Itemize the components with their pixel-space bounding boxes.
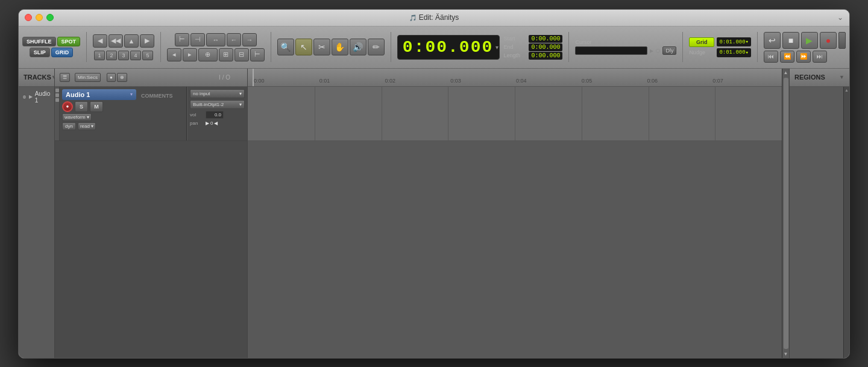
waveform-select[interactable]: waveform ▾: [62, 113, 92, 121]
track-item-audio1[interactable]: ▶ Audio 1: [21, 89, 52, 105]
nudge-right-button[interactable]: →: [242, 33, 257, 46]
grid-value[interactable]: 0:01.000 ▾: [717, 37, 751, 46]
window-menu-chevron[interactable]: ⌄: [837, 13, 843, 22]
nav-back2-button[interactable]: ◀◀: [108, 34, 123, 48]
pan-row: pan ▶ 0 ◀: [190, 121, 245, 126]
divider-4: [391, 32, 391, 62]
header-minsecs-btn[interactable]: Min:Secs: [75, 73, 101, 82]
grid-mode-button[interactable]: GRID: [51, 48, 74, 57]
arrow-left-btn[interactable]: ◂: [167, 48, 181, 61]
scroll-thumb-v[interactable]: [784, 78, 788, 349]
scroll-down-btn[interactable]: ▼: [784, 351, 788, 357]
sep-btn[interactable]: ⊞: [219, 48, 233, 61]
track-dot: [22, 95, 27, 99]
minimize-button[interactable]: [36, 14, 43, 21]
num-btn-5[interactable]: 5: [142, 51, 153, 60]
track-name-text: Audio 1: [66, 91, 90, 98]
track-name-label: Audio 1: [35, 90, 51, 104]
regions-scrollbar[interactable]: ▲: [843, 87, 849, 358]
end-value[interactable]: 0:00.000: [529, 43, 562, 51]
tracks-panel: TRACKS ▼ ▶ Audio 1: [19, 69, 55, 358]
num-btn-3[interactable]: 3: [118, 51, 129, 60]
track-expand-triangle[interactable]: ▶: [29, 94, 33, 99]
ff-button[interactable]: ⏩: [796, 51, 811, 63]
dyn-button[interactable]: dyn: [62, 122, 76, 130]
mini-rect-3: [55, 98, 59, 102]
end-btn2[interactable]: ⊢: [250, 48, 265, 61]
divider-6: [682, 32, 683, 62]
loop-button[interactable]: ↩: [764, 32, 781, 49]
expand-button[interactable]: ↔: [206, 33, 225, 46]
input-selector[interactable]: no input ▾: [190, 89, 245, 98]
play-button[interactable]: ▶: [801, 32, 818, 49]
stop-button[interactable]: ■: [782, 32, 799, 49]
maximize-button[interactable]: [46, 14, 54, 21]
trim-end-button[interactable]: ⊣: [190, 33, 205, 46]
tracks-header-label: TRACKS: [24, 74, 51, 81]
regions-header-label: REGIONS: [794, 74, 825, 81]
track-ctrl-header: ☰ Min:Secs ● ⊕ I / O: [55, 69, 247, 87]
playhead-line: [253, 69, 254, 86]
hand-tool-button[interactable]: ✋: [332, 39, 348, 55]
select-tool-button[interactable]: ↖: [295, 39, 312, 55]
counter-time[interactable]: 0:00.000: [403, 38, 493, 57]
scroll-up-btn[interactable]: ▲: [784, 70, 788, 75]
track-name-bar[interactable]: Audio 1 ▾: [62, 89, 136, 100]
rew-button[interactable]: ⏪: [780, 51, 794, 63]
pan-value[interactable]: ▶ 0 ◀: [206, 121, 218, 126]
regions-panel: REGIONS ▼ ▲: [789, 69, 849, 358]
read-select[interactable]: read ▾: [78, 122, 96, 130]
nudge-left-button[interactable]: ←: [227, 33, 241, 46]
cursor-icon-1: ▶: [650, 48, 653, 54]
nav-up-button[interactable]: ▲: [124, 34, 139, 48]
nav-back-button[interactable]: ◀: [93, 34, 107, 48]
arrow-right-btn[interactable]: ▸: [183, 48, 197, 61]
record-arm-button[interactable]: ●: [62, 101, 73, 112]
end-label: End: [503, 44, 525, 50]
trim-tool-button[interactable]: ✂: [313, 39, 330, 55]
rtz-button[interactable]: ⏮: [764, 51, 778, 63]
output-selector[interactable]: Built-inOtpt1-2 ▾: [190, 100, 245, 109]
solo-button[interactable]: S: [75, 101, 88, 112]
header-col-btn[interactable]: ●: [107, 73, 116, 82]
track-name-arrow: ▾: [130, 92, 133, 97]
cursor-track[interactable]: [575, 46, 647, 55]
timeline-right-scrollbar[interactable]: ▲ ▼: [782, 69, 789, 358]
header-zoom-btn[interactable]: ⊕: [117, 73, 127, 82]
join-btn[interactable]: ⊟: [234, 48, 249, 61]
record-button[interactable]: ●: [820, 32, 837, 49]
counter-dropdown[interactable]: ▾: [495, 44, 498, 51]
window-title: 🎵 Edit: Äänitys: [409, 13, 459, 22]
regions-collapse-chevron[interactable]: ▼: [839, 74, 844, 80]
speaker-tool-button[interactable]: 🔊: [350, 39, 366, 55]
header-menu-btn[interactable]: ☰: [60, 73, 70, 82]
nudge-value[interactable]: 0:01.000 ▾: [717, 48, 751, 57]
start-value[interactable]: 0:00.000: [529, 35, 562, 43]
audio-track-strip: Audio 1 ▾ ● S M: [55, 87, 247, 141]
grid-label-button[interactable]: Grid: [689, 37, 714, 47]
num-btn-2[interactable]: 2: [106, 51, 117, 60]
vol-value[interactable]: 0.0: [206, 111, 224, 119]
pencil-tool-button[interactable]: ✏: [368, 39, 385, 55]
mute-button[interactable]: M: [90, 101, 103, 112]
grid-section: Grid 0:01.000 ▾ Nudge 0:01.000 ▾: [689, 37, 751, 57]
end-button[interactable]: ⏭: [813, 51, 827, 63]
tools-section: 🔍 ↖ ✂ ✋ 🔊 ✏: [277, 39, 385, 55]
slip-mode-button[interactable]: SLIP: [30, 48, 50, 57]
trim-start-button[interactable]: ⊢: [175, 33, 189, 46]
regions-scroll-up[interactable]: ▲: [844, 88, 849, 92]
num-btn-1[interactable]: 1: [94, 51, 105, 60]
shuffle-mode-button[interactable]: SHUFFLE: [22, 37, 56, 46]
track-lane-audio1[interactable]: [248, 87, 782, 141]
track-controls-area: ☰ Min:Secs ● ⊕ I / O: [55, 69, 789, 358]
nav-forward-button[interactable]: ▶: [140, 34, 154, 48]
dly-button[interactable]: Dly: [662, 46, 676, 55]
num-btn-4[interactable]: 4: [130, 51, 141, 60]
tracks-list: ▶ Audio 1: [19, 87, 54, 358]
midi-strip: [838, 32, 846, 49]
group-btn[interactable]: ⊕: [198, 48, 218, 61]
length-value[interactable]: 0:00.000: [529, 52, 562, 60]
close-button[interactable]: [25, 14, 32, 21]
zoom-tool-button[interactable]: 🔍: [277, 39, 294, 55]
spot-mode-button[interactable]: SPOT: [57, 37, 81, 46]
